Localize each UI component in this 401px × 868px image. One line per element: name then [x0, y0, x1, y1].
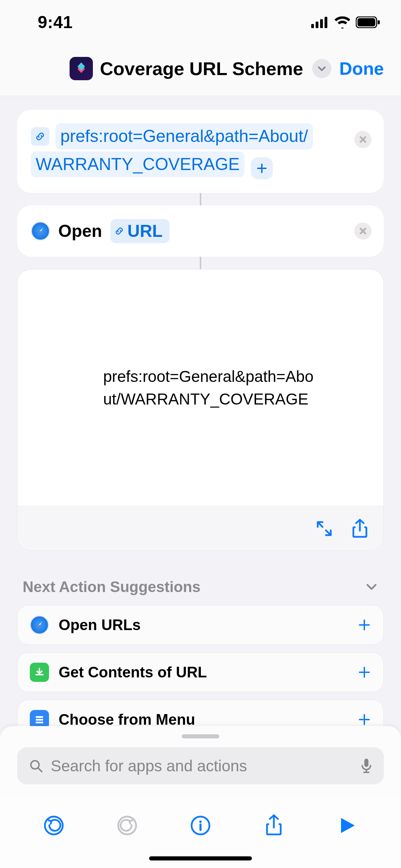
title-group[interactable]: Coverage URL Scheme: [70, 57, 331, 80]
safari-icon: [31, 221, 50, 241]
search-field[interactable]: Search for apps and actions: [17, 747, 384, 784]
svg-marker-10: [39, 622, 42, 625]
remove-action-button[interactable]: [354, 131, 372, 148]
open-verb-label: Open: [58, 221, 102, 241]
suggestions-title: Next Action Suggestions: [23, 578, 200, 595]
url-variable-pill[interactable]: URL: [110, 219, 170, 243]
action-open-url-card[interactable]: Open URL: [17, 205, 384, 257]
url-variable-label: URL: [127, 221, 163, 241]
svg-rect-5: [357, 18, 375, 26]
status-indicators: [311, 16, 380, 28]
suggestion-label: Open URLs: [59, 616, 348, 634]
chevron-down-icon: [317, 64, 326, 73]
status-bar: 9:41: [0, 0, 401, 41]
link-icon: [114, 226, 124, 236]
redo-icon: [117, 815, 138, 836]
share-icon: [351, 518, 368, 539]
remove-action-button[interactable]: [354, 222, 372, 240]
suggestion-label: Choose from Menu: [59, 711, 348, 728]
run-button[interactable]: [333, 812, 361, 839]
result-footer: [17, 506, 384, 551]
action-search-sheet[interactable]: Search for apps and actions: [0, 726, 401, 796]
chevron-down-icon: [365, 580, 378, 594]
status-time: 9:41: [21, 12, 73, 32]
undo-icon: [43, 815, 64, 836]
url-token-line1[interactable]: prefs:root=General&path=About/: [56, 123, 313, 149]
svg-rect-15: [364, 759, 368, 767]
title-more-button[interactable]: [312, 59, 331, 78]
svg-point-19: [199, 821, 202, 823]
safari-icon: [30, 615, 49, 635]
plus-icon: [357, 665, 371, 679]
close-icon: [359, 227, 367, 235]
shortcut-title: Coverage URL Scheme: [100, 58, 303, 79]
info-icon: [190, 815, 211, 836]
suggestion-label: Get Contents of URL: [59, 664, 348, 681]
share-result-button[interactable]: [351, 518, 368, 539]
info-button[interactable]: [187, 812, 214, 839]
svg-rect-3: [325, 17, 327, 28]
result-preview-card: prefs:root=General&path=About/WARRANTY_C…: [17, 269, 384, 551]
play-icon: [338, 816, 357, 835]
plus-icon: [357, 713, 371, 726]
suggestion-open-urls[interactable]: Open URLs: [17, 605, 384, 645]
plus-icon: [256, 162, 268, 174]
link-icon: [31, 127, 49, 146]
search-placeholder: Search for apps and actions: [51, 757, 353, 775]
plus-icon: [357, 618, 371, 632]
sheet-grabber[interactable]: [182, 734, 219, 738]
expand-icon: [315, 519, 333, 538]
done-button[interactable]: Done: [339, 58, 384, 79]
share-icon: [264, 814, 283, 837]
share-button[interactable]: [260, 812, 288, 839]
svg-marker-8: [40, 228, 43, 231]
mic-icon[interactable]: [361, 758, 372, 774]
search-icon: [29, 759, 43, 773]
shortcuts-app-icon: [70, 57, 93, 80]
redo-button[interactable]: [113, 812, 141, 839]
url-token-line2[interactable]: WARRANTY_COVERAGE: [31, 152, 244, 178]
svg-rect-11: [36, 716, 43, 718]
action-connector: [200, 193, 201, 205]
suggestions-header[interactable]: Next Action Suggestions: [17, 551, 384, 605]
cellular-icon: [311, 16, 329, 28]
download-icon: [30, 663, 49, 682]
undo-button[interactable]: [40, 812, 68, 839]
svg-rect-6: [378, 20, 380, 24]
suggestion-get-contents[interactable]: Get Contents of URL: [17, 652, 384, 692]
result-text: prefs:root=General&path=About/WARRANTY_C…: [35, 365, 366, 411]
add-url-token-button[interactable]: [251, 157, 273, 179]
action-connector: [200, 257, 201, 269]
expand-result-button[interactable]: [315, 519, 333, 538]
action-url-card[interactable]: prefs:root=General&path=About/ WARRANTY_…: [17, 110, 384, 193]
svg-rect-12: [36, 719, 43, 721]
battery-icon: [356, 16, 380, 28]
svg-point-14: [31, 761, 39, 769]
close-icon: [359, 135, 367, 144]
svg-rect-0: [311, 24, 314, 28]
svg-rect-13: [36, 722, 43, 723]
home-indicator: [149, 856, 252, 860]
wifi-icon: [334, 16, 351, 28]
title-bar: Coverage URL Scheme Done: [0, 41, 401, 96]
svg-rect-2: [320, 19, 323, 28]
svg-rect-1: [316, 22, 318, 28]
